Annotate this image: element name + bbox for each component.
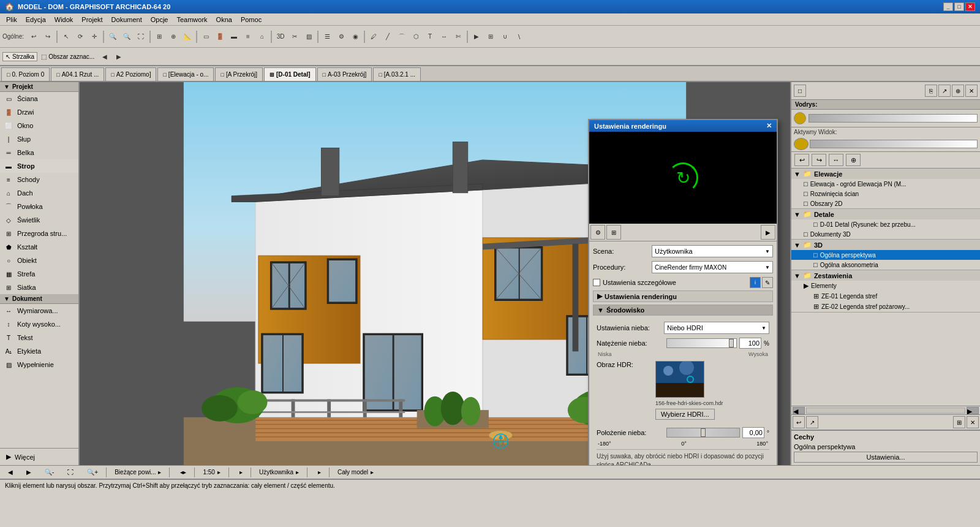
tree-item-ze02[interactable]: ⊞ ZE-02 Legenda stref pożarowy... bbox=[791, 301, 980, 312]
menu-opcje[interactable]: Opcje bbox=[147, 15, 172, 24]
tool-belka[interactable]: ═ Belka bbox=[0, 146, 78, 159]
tool-strefa[interactable]: ▦ Strefa bbox=[0, 267, 78, 281]
minimize-btn[interactable]: _ bbox=[943, 2, 953, 11]
tree-item-elementy[interactable]: ▶ Elementy bbox=[791, 281, 980, 291]
tool-powloka[interactable]: ⌒ Powłoka bbox=[0, 200, 78, 213]
tree-item-rozwinięcia[interactable]: □ Rozwinięcia ścian bbox=[791, 189, 980, 199]
tool-swietlik[interactable]: ◇ Świetlik bbox=[0, 213, 78, 227]
stair-btn[interactable]: ≡ bbox=[241, 30, 255, 44]
render-settings-btn[interactable]: ⚙ bbox=[590, 225, 605, 240]
tool-schody[interactable]: ≡ Schody bbox=[0, 173, 78, 186]
viewport[interactable]: Ustawienia renderingu ✕ ↻ ⚙ ⊞ ▶ Scena: bbox=[80, 82, 790, 465]
elewacje-header[interactable]: ▼ 📁 Elewacje bbox=[791, 169, 980, 179]
nav-caly-model[interactable]: ▸ bbox=[232, 467, 248, 477]
union-btn[interactable]: ∪ bbox=[498, 30, 511, 44]
strzalka-tool[interactable]: ↖ Strzałka bbox=[2, 52, 37, 61]
scena-dropdown[interactable]: Użytkownika ▼ bbox=[652, 245, 773, 257]
render-expand-btn[interactable]: ▶ bbox=[761, 225, 775, 240]
menu-edycja[interactable]: Edycja bbox=[22, 15, 50, 24]
door-btn[interactable]: 🚪 bbox=[213, 30, 227, 44]
prev-tool-btn[interactable]: ◀ bbox=[98, 50, 111, 63]
fit-btn[interactable]: ⛶ bbox=[134, 30, 148, 44]
tree-item-dokumenty[interactable]: □ Dokumenty 3D bbox=[791, 229, 980, 239]
action-btn-2[interactable]: ↗ bbox=[806, 416, 818, 428]
tool-wymiar[interactable]: ↔ Wymiarowa... bbox=[0, 304, 78, 317]
cut-btn[interactable]: ✄ bbox=[451, 30, 465, 44]
action-btn-3[interactable]: ⊞ bbox=[953, 416, 965, 428]
position-value-input[interactable] bbox=[742, 427, 764, 438]
menu-widok[interactable]: Widok bbox=[51, 15, 77, 24]
menu-pomoc[interactable]: Pomoc bbox=[237, 15, 265, 24]
nav-redo[interactable]: ▶ bbox=[21, 467, 37, 477]
measure-btn[interactable]: 📐 bbox=[181, 30, 194, 44]
tree-item-ze01[interactable]: ⊞ ZE-01 Legenda stref bbox=[791, 291, 980, 301]
tree-item-aksonometria[interactable]: □ Ogólna aksonometria bbox=[791, 260, 980, 270]
mini-btn-1[interactable]: □ bbox=[794, 85, 806, 97]
view-icon-btn-1[interactable]: ↩ bbox=[794, 154, 809, 166]
select-btn[interactable]: ↖ bbox=[59, 30, 73, 44]
nav-brak[interactable]: Cały model ▸ bbox=[332, 467, 379, 477]
view-icon-btn-2[interactable]: ↪ bbox=[812, 154, 826, 166]
tool-obiekt[interactable]: ○ Obiekt bbox=[0, 254, 78, 267]
tab-1[interactable]: □ A04.1 Rzut ... bbox=[51, 67, 104, 81]
intensity-value-input[interactable] bbox=[739, 338, 761, 349]
tab-3[interactable]: □ [Elewacja - o... bbox=[157, 67, 214, 81]
arc-btn[interactable]: ⌒ bbox=[395, 30, 409, 44]
szczegolowe-info-btn[interactable]: i bbox=[750, 277, 761, 288]
tab-2[interactable]: □ A2 Poziomo] bbox=[105, 67, 156, 81]
view-icon-btn-3[interactable]: ↔ bbox=[829, 154, 843, 166]
ustawienia-btn[interactable]: Ustawienia... bbox=[794, 452, 978, 463]
nav-fit[interactable]: ⛶ bbox=[62, 467, 79, 477]
tab-5[interactable]: ⊞ [D-01 Detal] bbox=[264, 67, 316, 81]
sky-type-dropdown[interactable]: Niebo HDRI ▼ bbox=[664, 322, 769, 334]
mini-copy-btn[interactable]: ⎘ bbox=[925, 85, 937, 97]
opacity-slider[interactable] bbox=[809, 114, 978, 123]
tool-koty[interactable]: ↕ Koty wysoko... bbox=[0, 317, 78, 331]
nav-repr[interactable]: ▸ bbox=[310, 467, 326, 477]
render-btn[interactable]: ◉ bbox=[349, 30, 362, 44]
snap-btn[interactable]: ⊕ bbox=[167, 30, 180, 44]
szczegolowe-edit-btn[interactable]: ✎ bbox=[762, 277, 773, 288]
nav-uzytkownika[interactable]: 1:50 ▸ bbox=[197, 467, 225, 477]
menu-projekt[interactable]: Projekt bbox=[78, 15, 106, 24]
obszar-tool[interactable]: ⬚ Obszar zaznac... bbox=[38, 52, 97, 61]
tree-item-d01[interactable]: □ D-01 Detal (Rysunek: bez przebu... bbox=[791, 219, 980, 229]
section-btn[interactable]: ✂ bbox=[288, 30, 301, 44]
next-tool-btn[interactable]: ▶ bbox=[112, 50, 126, 63]
align-btn[interactable]: ⊞ bbox=[484, 30, 497, 44]
redo-btn[interactable]: ↪ bbox=[41, 30, 55, 44]
poly-btn[interactable]: ⬡ bbox=[409, 30, 423, 44]
render-settings-section[interactable]: ▶ Ustawienia renderingu bbox=[593, 290, 773, 302]
right-scrollbar-h[interactable]: ◀ ▶ bbox=[791, 406, 980, 414]
3d-header[interactable]: ▼ 📁 3D bbox=[791, 240, 980, 250]
nav-zoom-out[interactable]: 🔍- bbox=[39, 467, 59, 477]
tool-okno[interactable]: ⬜ Okno bbox=[0, 119, 78, 132]
tool-tekst[interactable]: T Tekst bbox=[0, 331, 78, 344]
tab-6[interactable]: □ A-03 Przekrój] bbox=[317, 67, 372, 81]
subtract-btn[interactable]: ∖ bbox=[512, 30, 526, 44]
view-icon-btn-4[interactable]: ⊕ bbox=[846, 154, 861, 166]
wall-btn[interactable]: ▭ bbox=[199, 30, 213, 44]
move-btn[interactable]: ✛ bbox=[88, 30, 101, 44]
tool-etykieta[interactable]: A₁ Etykieta bbox=[0, 344, 78, 358]
undo-btn[interactable]: ↩ bbox=[27, 30, 40, 44]
layer-btn[interactable]: ☰ bbox=[320, 30, 334, 44]
render-layout-btn[interactable]: ⊞ bbox=[606, 225, 621, 240]
render-dialog-close-btn[interactable]: ✕ bbox=[766, 122, 772, 130]
settings-btn[interactable]: ⚙ bbox=[334, 30, 348, 44]
zestawienia-header[interactable]: ▼ 📁 Zestawienia bbox=[791, 270, 980, 281]
detale-header[interactable]: ▼ 📁 Detale bbox=[791, 209, 980, 219]
mini-move-btn[interactable]: ↗ bbox=[938, 85, 951, 97]
grid-btn[interactable]: ⊞ bbox=[153, 30, 166, 44]
view-opacity-slider[interactable] bbox=[810, 140, 978, 148]
tree-item-obszary[interactable]: □ Obszary 2D bbox=[791, 199, 980, 208]
tab-7[interactable]: □ [A.03.2.1 ... bbox=[373, 67, 421, 81]
tool-drzwi[interactable]: 🚪 Drzwi bbox=[0, 105, 78, 119]
scroll-left-btn[interactable]: ◀ bbox=[793, 407, 805, 414]
title-bar-controls[interactable]: _ □ ✕ bbox=[943, 2, 975, 11]
action-btn-4[interactable]: ✕ bbox=[967, 416, 979, 428]
dim-btn[interactable]: ↔ bbox=[437, 30, 451, 44]
wybierz-hdri-btn[interactable]: Wybierz HDRI... bbox=[655, 409, 715, 420]
tool-slup[interactable]: | Słup bbox=[0, 132, 78, 146]
scroll-right-btn[interactable]: ▶ bbox=[967, 407, 979, 414]
